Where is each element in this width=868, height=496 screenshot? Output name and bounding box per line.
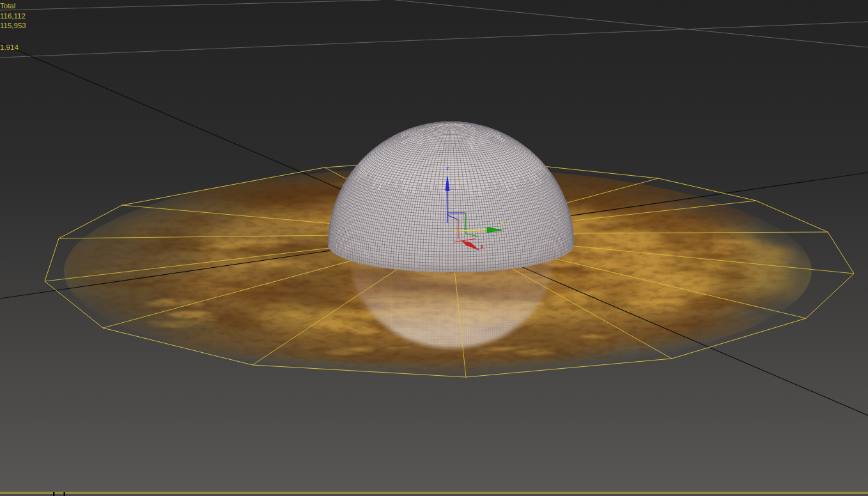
svg-text:116,112: 116,112 — [0, 12, 26, 20]
svg-text:Total: Total — [0, 2, 15, 10]
svg-text:X: X — [480, 244, 484, 250]
svg-text:z: z — [446, 165, 449, 171]
svg-text:115,953: 115,953 — [0, 22, 26, 29]
svg-text:1.914: 1.914 — [0, 43, 19, 51]
svg-text:Y: Y — [500, 221, 504, 227]
